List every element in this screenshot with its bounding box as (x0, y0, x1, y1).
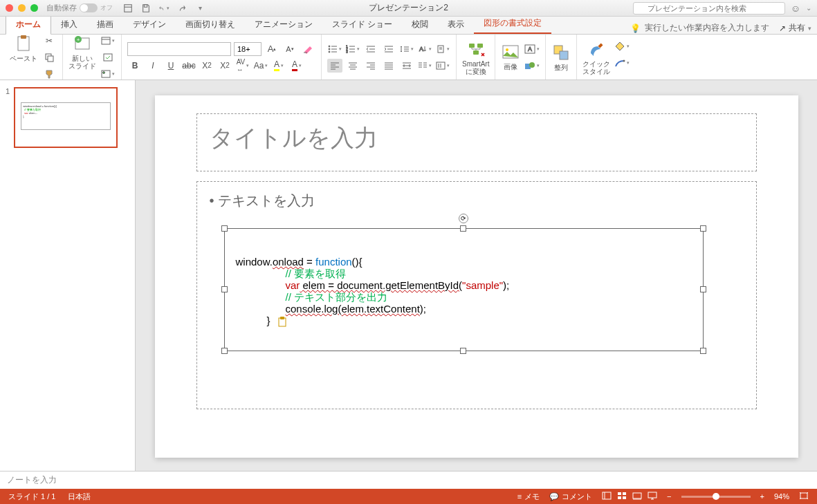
justify-icon[interactable] (381, 59, 396, 73)
char-spacing-icon[interactable]: AV↔ (235, 59, 250, 73)
feedback-icon[interactable]: ☺ (791, 3, 800, 14)
code-content[interactable]: window.onload = function(){ // 要素を取得 var… (225, 229, 703, 334)
qat-more-icon[interactable]: ▾ (194, 3, 205, 14)
tab-review[interactable]: 校閲 (402, 15, 438, 34)
change-case-icon[interactable]: Aa (253, 59, 268, 73)
thumbnail-panel[interactable]: 1 window.onload = function(){ // 要素を取得 v… (0, 80, 136, 471)
shapes-icon[interactable] (524, 59, 540, 73)
comments-toggle[interactable]: 💬コメント (549, 492, 592, 502)
tell-me-input[interactable]: 💡 実行したい作業内容を入力します (630, 22, 769, 34)
window-close[interactable] (6, 4, 13, 12)
text-direction-icon[interactable]: A (417, 42, 432, 56)
autosave-toggle[interactable]: 自動保存 オフ (46, 3, 113, 13)
italic-icon[interactable]: I (145, 59, 160, 73)
slide-canvas[interactable]: タイトルを入力 • テキストを入力 ⟳ window.onload = func… (136, 80, 817, 471)
paste-button[interactable]: ペースト (10, 34, 37, 62)
save-icon[interactable] (140, 3, 152, 14)
align-text-icon[interactable] (435, 42, 450, 56)
increase-indent-icon[interactable] (381, 42, 396, 56)
resize-handle-se[interactable] (700, 348, 706, 354)
align-center-icon[interactable] (345, 59, 360, 73)
tab-transitions[interactable]: 画面切り替え (176, 15, 245, 34)
notes-toggle[interactable]: ≡メモ (517, 492, 540, 502)
subscript-icon[interactable]: X2 (217, 59, 232, 73)
clear-format-icon[interactable] (300, 42, 315, 56)
zoom-in-icon[interactable]: + (760, 492, 764, 501)
superscript-icon[interactable]: X2 (199, 59, 214, 73)
columns-icon[interactable] (417, 59, 432, 73)
line-spacing-icon[interactable] (399, 42, 414, 56)
tab-design[interactable]: デザイン (123, 15, 176, 34)
resize-handle-sw[interactable] (221, 348, 228, 354)
writing-direction-icon[interactable] (435, 59, 450, 73)
zoom-slider[interactable] (681, 496, 751, 498)
zoom-percent[interactable]: 94% (774, 492, 789, 501)
resize-handle-n[interactable] (460, 225, 466, 232)
titlebar-chevron-icon[interactable]: ⌄ (806, 4, 811, 12)
arrange-button[interactable]: 整列 (551, 43, 571, 71)
font-family-input[interactable] (127, 42, 231, 56)
tab-view[interactable]: 表示 (438, 15, 474, 34)
decrease-indent-icon[interactable] (363, 42, 378, 56)
window-minimize[interactable] (18, 4, 26, 12)
align-right-icon[interactable] (363, 59, 378, 73)
shape-outline-icon[interactable] (614, 56, 630, 70)
format-painter-icon[interactable] (42, 67, 57, 81)
tab-draw[interactable]: 描画 (87, 15, 123, 34)
smartart-button[interactable]: SmartArt に変換 (462, 39, 489, 75)
numbering-icon[interactable]: 123 (345, 42, 360, 56)
font-size-input[interactable] (234, 42, 261, 56)
distribute-icon[interactable] (399, 59, 414, 73)
bold-icon[interactable]: B (127, 59, 143, 73)
resize-handle-nw[interactable] (221, 225, 228, 232)
tab-home[interactable]: ホーム (6, 15, 51, 35)
tab-insert[interactable]: 挿入 (51, 15, 87, 34)
layout-icon[interactable] (100, 34, 116, 48)
strikethrough-icon[interactable]: abc (181, 59, 196, 73)
undo-icon[interactable] (158, 3, 169, 14)
align-left-icon[interactable] (327, 59, 342, 73)
shape-fill-icon[interactable] (614, 39, 630, 53)
bullets-icon[interactable] (327, 42, 342, 56)
sorter-view-icon[interactable] (617, 492, 627, 501)
resize-handle-s[interactable] (460, 348, 466, 354)
cut-icon[interactable]: ✂ (42, 34, 57, 48)
resize-handle-e[interactable] (700, 286, 706, 292)
slideshow-view-icon[interactable] (648, 492, 657, 501)
tab-shape-format[interactable]: 図形の書式設定 (474, 14, 551, 34)
reading-view-icon[interactable] (632, 492, 642, 501)
paste-options-icon[interactable] (277, 316, 288, 327)
title-placeholder[interactable]: タイトルを入力 (196, 113, 757, 171)
text-box[interactable]: ⟳ window.onload = function(){ // 要素を取得 v… (224, 228, 704, 351)
search-input[interactable] (633, 2, 785, 15)
quick-styles-button[interactable]: クイック スタイル (582, 39, 610, 75)
increase-font-icon[interactable]: A▴ (264, 42, 279, 56)
language-indicator[interactable]: 日本語 (68, 492, 91, 502)
fit-window-icon[interactable] (799, 492, 809, 501)
section-icon[interactable] (100, 67, 116, 81)
decrease-font-icon[interactable]: A▾ (282, 42, 297, 56)
window-zoom[interactable] (30, 4, 38, 12)
redo-icon[interactable] (176, 3, 187, 14)
tab-animations[interactable]: アニメーション (245, 15, 322, 34)
textbox-icon[interactable]: A (524, 42, 540, 56)
tab-slideshow[interactable]: スライド ショー (322, 15, 402, 34)
underline-icon[interactable]: U (163, 59, 178, 73)
picture-button[interactable]: 画像 (501, 42, 520, 71)
reset-icon[interactable] (100, 50, 116, 64)
slide-1[interactable]: タイトルを入力 • テキストを入力 ⟳ window.onload = func… (155, 95, 798, 458)
highlight-icon[interactable]: A (271, 59, 286, 73)
new-slide-button[interactable]: + 新しい スライド (68, 34, 96, 70)
home-icon[interactable] (122, 3, 134, 14)
notes-pane[interactable]: ノートを入力 (0, 471, 817, 489)
slide-thumbnail-1[interactable]: window.onload = function(){ // 要素を取得 var… (14, 87, 118, 148)
rotate-handle[interactable]: ⟳ (459, 214, 468, 223)
share-button[interactable]: ↗ 共有 ▾ (779, 22, 811, 34)
font-color-icon[interactable]: A (289, 59, 304, 73)
normal-view-icon[interactable] (602, 492, 612, 501)
zoom-out-icon[interactable]: − (667, 492, 671, 501)
copy-icon[interactable] (42, 50, 57, 64)
resize-handle-w[interactable] (221, 286, 228, 292)
svg-rect-86 (623, 492, 626, 495)
resize-handle-ne[interactable] (700, 225, 706, 232)
